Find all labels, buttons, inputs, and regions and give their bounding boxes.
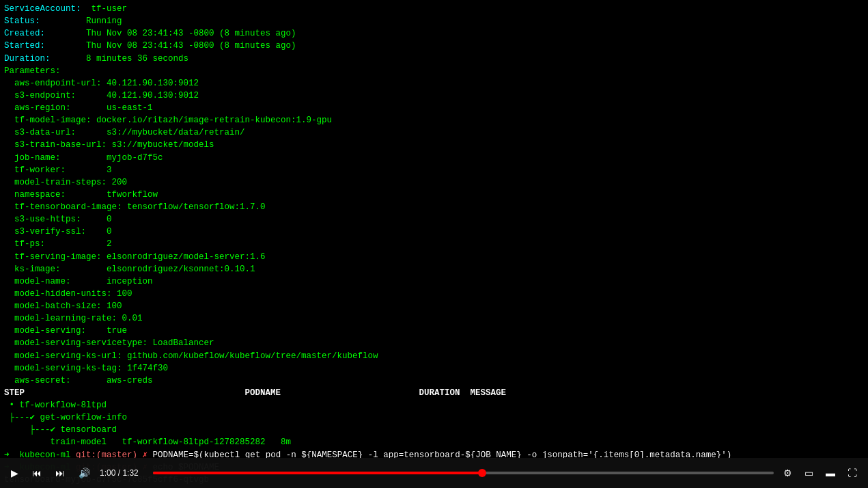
theatre-button[interactable]: ▬ (822, 465, 839, 481)
terminal-line: tf-model-image: docker.io/ritazh/image-r… (4, 114, 864, 126)
terminal-line: Started: Thu Nov 08 23:41:43 -0800 (8 mi… (4, 40, 864, 52)
video-controls-bar: ▶ ⏮ ⏭ 🔊 1:00 / 1:32 ⚙ ▭ ▬ ⛶ (0, 458, 868, 488)
total-time: 1:32 (122, 468, 138, 478)
terminal-line: ks-image: elsonrodriguez/ksonnet:0.10.1 (4, 263, 864, 275)
skip-back-button[interactable]: ⏮ (28, 465, 46, 481)
time-display: 1:00 / 1:32 (100, 468, 148, 478)
terminal-line: Created: Thu Nov 08 23:41:43 -0800 (8 mi… (4, 27, 864, 40)
terminal-line: s3-verify-ssl: 0 (4, 226, 864, 238)
terminal-line: s3-train-base-url: s3://mybucket/models (4, 139, 864, 151)
terminal-line: ServiceAccount: tf-user (4, 3, 864, 15)
fullscreen-button[interactable]: ⛶ (843, 465, 861, 481)
terminal-line: model-name: inception (4, 275, 864, 288)
terminal-line: STEP PODNAME DURATION MESSAGE (4, 387, 864, 399)
terminal-line: model-hidden-units: 100 (4, 288, 864, 300)
terminal-line: s3-data-url: s3://mybucket/data/retrain/ (4, 126, 864, 139)
terminal-line: tf-serving-image: elsonrodriguez/model-s… (4, 251, 864, 263)
terminal-line: • tf-workflow-8ltpd (4, 399, 864, 411)
time-separator: / (115, 468, 122, 478)
terminal-line: namespace: tfworkflow (4, 189, 864, 201)
settings-button[interactable]: ⚙ (779, 465, 796, 481)
terminal-line: aws-secret: aws-creds (4, 375, 864, 387)
terminal-line: Duration: 8 minutes 36 seconds (4, 53, 864, 65)
terminal-line: ├---✔ tensorboard (4, 424, 864, 436)
terminal-line: train-model tf-workflow-8ltpd-1278285282… (4, 436, 864, 448)
terminal-line: aws-endpoint-url: 40.121.90.130:9012 (4, 77, 864, 90)
terminal-content: ServiceAccount: tf-userStatus: RunningCr… (0, 0, 868, 488)
terminal-line: model-train-steps: 200 (4, 176, 864, 189)
terminal-line: ├---✔ get-workflow-info (4, 411, 864, 424)
play-button[interactable]: ▶ (7, 465, 23, 481)
terminal-line: tf-worker: 3 (4, 164, 864, 176)
terminal-line: job-name: myjob-d7f5c (4, 152, 864, 164)
progress-fill (153, 472, 482, 474)
terminal-line: tf-tensorboard-image: tensorflow/tensorf… (4, 201, 864, 213)
terminal-line: model-serving: true (4, 325, 864, 337)
terminal-line: Status: Running (4, 15, 864, 27)
terminal-window: ServiceAccount: tf-userStatus: RunningCr… (0, 0, 868, 488)
terminal-line: model-serving-ks-url: github.com/kubeflo… (4, 350, 864, 362)
terminal-line: Parameters: (4, 65, 864, 77)
terminal-line: s3-endpoint: 40.121.90.130:9012 (4, 90, 864, 102)
current-time: 1:00 (100, 468, 115, 478)
controls-right: ⚙ ▭ ▬ ⛶ (779, 465, 861, 481)
terminal-line: model-serving-ks-tag: 1f474f30 (4, 362, 864, 375)
terminal-line: model-serving-servicetype: LoadBalancer (4, 337, 864, 349)
progress-dot (478, 469, 486, 477)
volume-button[interactable]: 🔊 (74, 465, 94, 481)
skip-fwd-button[interactable]: ⏭ (51, 465, 69, 481)
miniplayer-button[interactable]: ▭ (800, 465, 817, 481)
terminal-line: model-learning-rate: 0.01 (4, 312, 864, 325)
terminal-line: aws-region: us-east-1 (4, 102, 864, 114)
terminal-line: tf-ps: 2 (4, 238, 864, 250)
progress-bar[interactable] (153, 472, 774, 474)
terminal-line: model-batch-size: 100 (4, 300, 864, 312)
terminal-line: s3-use-https: 0 (4, 213, 864, 226)
